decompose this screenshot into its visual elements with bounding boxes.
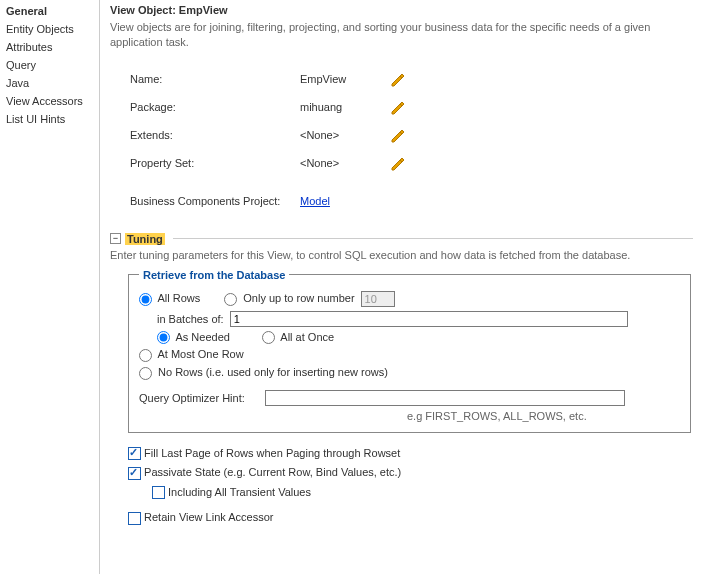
retrieve-legend: Retrieve from the Database	[139, 269, 289, 281]
sidebar-item-list-ui-hints[interactable]: List UI Hints	[0, 110, 99, 128]
collapse-icon[interactable]: −	[110, 233, 121, 244]
all-rows-radio[interactable]: All Rows	[139, 292, 200, 306]
name-value: EmpView	[300, 73, 390, 85]
name-label: Name:	[130, 73, 300, 85]
sidebar-item-attributes[interactable]: Attributes	[0, 38, 99, 56]
property-set-label: Property Set:	[130, 157, 300, 169]
sidebar-item-entity-objects[interactable]: Entity Objects	[0, 20, 99, 38]
extends-label: Extends:	[130, 129, 300, 141]
bc-project-label: Business Components Project:	[130, 195, 300, 207]
pencil-icon[interactable]	[390, 127, 406, 143]
batches-input[interactable]	[230, 311, 628, 327]
property-set-value: <None>	[300, 157, 390, 169]
bc-project-link[interactable]: Model	[300, 195, 330, 207]
in-batches-label: in Batches of:	[157, 313, 224, 325]
fill-last-checkbox[interactable]: Fill Last Page of Rows when Paging throu…	[128, 447, 400, 459]
include-transient-checkbox[interactable]: Including All Transient Values	[152, 486, 311, 498]
page-title: View Object: EmpView	[110, 4, 693, 16]
hint-label: Query Optimizer Hint:	[139, 392, 259, 404]
pencil-icon[interactable]	[390, 71, 406, 87]
retrieve-fieldset: Retrieve from the Database All Rows Only…	[128, 269, 691, 433]
sidebar-item-query[interactable]: Query	[0, 56, 99, 74]
sidebar-item-general[interactable]: General	[0, 2, 99, 20]
extends-value: <None>	[300, 129, 390, 141]
at-most-one-radio[interactable]: At Most One Row	[139, 348, 244, 362]
row-number-input[interactable]	[361, 291, 395, 307]
optimizer-hint-input[interactable]	[265, 390, 625, 406]
hint-example: e.g FIRST_ROWS, ALL_ROWS, etc.	[407, 410, 680, 422]
page-description: View objects are for joining, filtering,…	[110, 20, 693, 51]
sidebar-item-java[interactable]: Java	[0, 74, 99, 92]
pencil-icon[interactable]	[390, 155, 406, 171]
package-label: Package:	[130, 101, 300, 113]
retain-accessor-checkbox[interactable]: Retain View Link Accessor	[128, 511, 273, 523]
all-at-once-radio[interactable]: All at Once	[262, 331, 334, 345]
package-value: mihuang	[300, 101, 390, 113]
pencil-icon[interactable]	[390, 99, 406, 115]
sidebar-item-view-accessors[interactable]: View Accessors	[0, 92, 99, 110]
sidebar: General Entity Objects Attributes Query …	[0, 0, 100, 574]
tuning-title: Tuning	[125, 233, 165, 245]
properties: Name: EmpView Package: mihuang Extends: …	[130, 65, 693, 215]
passivate-checkbox[interactable]: Passivate State (e.g. Current Row, Bind …	[128, 466, 401, 478]
no-rows-radio[interactable]: No Rows (i.e. used only for inserting ne…	[139, 366, 388, 380]
only-upto-radio[interactable]: Only up to row number	[224, 292, 354, 306]
as-needed-radio[interactable]: As Needed	[157, 331, 230, 345]
tuning-description: Enter tuning parameters for this View, t…	[110, 249, 693, 261]
main-panel: View Object: EmpView View objects are fo…	[100, 0, 703, 574]
